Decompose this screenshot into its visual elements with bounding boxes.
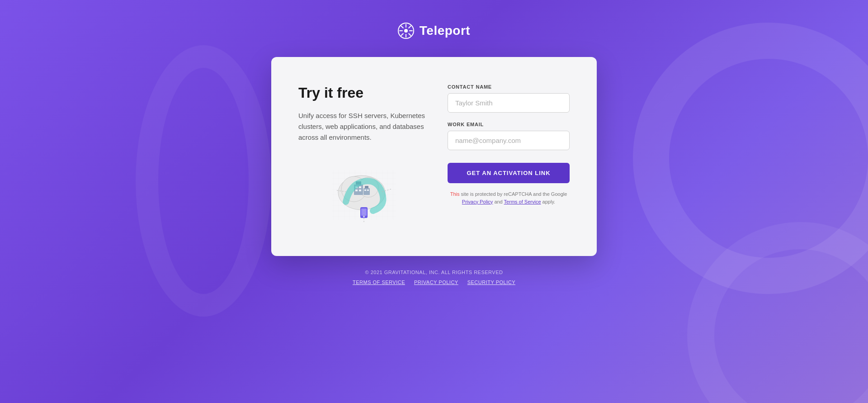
footer-copyright: © 2021 GRAVITATIONAL, INC. ALL RIGHTS RE…: [353, 270, 515, 275]
footer-link-privacy[interactable]: PRIVACY POLICY: [414, 280, 458, 285]
try-free-title: Try it free: [298, 84, 429, 101]
footer-link-tos[interactable]: TERMS OF SERVICE: [353, 280, 405, 285]
svg-rect-10: [355, 190, 358, 191]
card-left: Try it free Unify access for SSH servers…: [298, 84, 429, 229]
cloud-illustration: [298, 156, 429, 229]
contact-name-label: CONTACT NAME: [448, 84, 570, 90]
footer-link-security[interactable]: SECURITY POLICY: [467, 280, 515, 285]
svg-rect-13: [363, 188, 370, 195]
header: Teleport: [398, 23, 470, 39]
work-email-input[interactable]: [448, 131, 570, 150]
bg-decoration-circle-right: [633, 23, 868, 294]
bg-decoration-circle-bottom: [687, 222, 868, 403]
recaptcha-body: site is protected by reCAPTCHA and the G…: [459, 191, 567, 197]
get-activation-link-button[interactable]: GET AN ACTIVATION LINK: [448, 163, 570, 183]
recaptcha-this: This: [450, 191, 460, 197]
work-email-label: WORK EMAIL: [448, 122, 570, 127]
logo-text: Teleport: [420, 24, 470, 38]
contact-name-input[interactable]: [448, 93, 570, 113]
svg-rect-9: [359, 186, 361, 188]
try-free-description: Unify access for SSH servers, Kubernetes…: [298, 110, 429, 143]
teleport-logo-icon: [398, 23, 414, 39]
recaptcha-suffix: apply.: [541, 199, 556, 204]
svg-rect-14: [364, 190, 366, 191]
card-right: CONTACT NAME WORK EMAIL GET AN ACTIVATIO…: [448, 84, 570, 229]
svg-rect-15: [367, 190, 369, 191]
footer-links: TERMS OF SERVICE PRIVACY POLICY SECURITY…: [353, 280, 515, 285]
recaptcha-and: and: [493, 199, 504, 204]
svg-rect-11: [359, 190, 361, 191]
footer: © 2021 GRAVITATIONAL, INC. ALL RIGHTS RE…: [353, 270, 515, 285]
main-card: Try it free Unify access for SSH servers…: [271, 57, 597, 256]
svg-point-1: [404, 29, 408, 33]
bg-decoration-arc-left: [136, 45, 271, 317]
svg-rect-17: [361, 209, 367, 216]
terms-of-service-link[interactable]: Terms of Service: [504, 199, 541, 204]
privacy-policy-link[interactable]: Privacy Policy: [462, 199, 493, 204]
cloud-svg: [328, 156, 400, 229]
recaptcha-notice: This site is protected by reCAPTCHA and …: [448, 190, 570, 205]
